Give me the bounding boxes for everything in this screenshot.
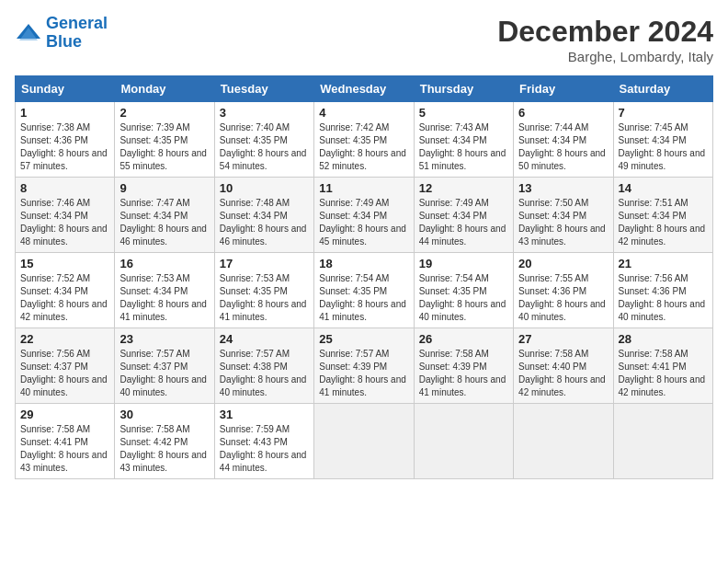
day-number: 11 bbox=[319, 181, 408, 195]
day-info: Sunrise: 7:49 AMSunset: 4:34 PMDaylight:… bbox=[319, 197, 408, 248]
day-cell-31: 31Sunrise: 7:59 AMSunset: 4:43 PMDayligh… bbox=[214, 404, 313, 479]
day-number: 20 bbox=[518, 257, 608, 270]
day-cell-22: 22Sunrise: 7:56 AMSunset: 4:37 PMDayligh… bbox=[16, 328, 115, 404]
day-info: Sunrise: 7:58 AMSunset: 4:41 PMDaylight:… bbox=[619, 348, 708, 399]
page-header: General Blue December 2024 Barghe, Lomba… bbox=[15, 15, 713, 64]
day-info: Sunrise: 7:44 AMSunset: 4:34 PMDaylight:… bbox=[518, 121, 608, 173]
day-number: 10 bbox=[220, 181, 309, 195]
day-number: 6 bbox=[518, 106, 608, 120]
day-info: Sunrise: 7:52 AMSunset: 4:34 PMDaylight:… bbox=[20, 272, 109, 324]
day-info: Sunrise: 7:49 AMSunset: 4:34 PMDaylight:… bbox=[419, 197, 508, 248]
day-cell-16: 16Sunrise: 7:53 AMSunset: 4:34 PMDayligh… bbox=[115, 253, 214, 328]
day-number: 31 bbox=[220, 408, 309, 421]
day-number: 26 bbox=[419, 332, 508, 346]
day-cell-14: 14Sunrise: 7:51 AMSunset: 4:34 PMDayligh… bbox=[613, 178, 712, 253]
week-row-2: 8Sunrise: 7:46 AMSunset: 4:34 PMDaylight… bbox=[16, 178, 713, 253]
day-number: 18 bbox=[319, 257, 408, 270]
day-number: 23 bbox=[119, 332, 209, 346]
day-cell-29: 29Sunrise: 7:58 AMSunset: 4:41 PMDayligh… bbox=[16, 404, 115, 479]
day-info: Sunrise: 7:54 AMSunset: 4:35 PMDaylight:… bbox=[319, 272, 408, 324]
day-cell-11: 11Sunrise: 7:49 AMSunset: 4:34 PMDayligh… bbox=[314, 178, 414, 253]
day-cell-3: 3Sunrise: 7:40 AMSunset: 4:35 PMDaylight… bbox=[214, 102, 313, 178]
day-cell-5: 5Sunrise: 7:43 AMSunset: 4:34 PMDaylight… bbox=[414, 102, 513, 178]
day-number: 2 bbox=[119, 106, 209, 120]
day-number: 9 bbox=[119, 181, 209, 195]
day-cell-23: 23Sunrise: 7:57 AMSunset: 4:37 PMDayligh… bbox=[115, 328, 214, 404]
empty-cell bbox=[613, 404, 712, 479]
day-cell-28: 28Sunrise: 7:58 AMSunset: 4:41 PMDayligh… bbox=[613, 328, 712, 404]
day-info: Sunrise: 7:53 AMSunset: 4:34 PMDaylight:… bbox=[119, 272, 209, 324]
day-info: Sunrise: 7:57 AMSunset: 4:37 PMDaylight:… bbox=[119, 348, 209, 399]
day-cell-24: 24Sunrise: 7:57 AMSunset: 4:38 PMDayligh… bbox=[214, 328, 313, 404]
day-cell-27: 27Sunrise: 7:58 AMSunset: 4:40 PMDayligh… bbox=[514, 328, 613, 404]
day-number: 22 bbox=[20, 332, 109, 346]
day-info: Sunrise: 7:54 AMSunset: 4:35 PMDaylight:… bbox=[419, 272, 508, 324]
day-cell-19: 19Sunrise: 7:54 AMSunset: 4:35 PMDayligh… bbox=[414, 253, 513, 328]
day-number: 8 bbox=[20, 181, 109, 195]
day-number: 24 bbox=[220, 332, 309, 346]
day-info: Sunrise: 7:45 AMSunset: 4:34 PMDaylight:… bbox=[619, 121, 708, 173]
day-number: 5 bbox=[419, 106, 508, 120]
day-number: 13 bbox=[518, 181, 608, 195]
header-friday: Friday bbox=[514, 76, 613, 102]
logo-text: General Blue bbox=[46, 15, 108, 52]
day-cell-4: 4Sunrise: 7:42 AMSunset: 4:35 PMDaylight… bbox=[314, 102, 414, 178]
header-saturday: Saturday bbox=[613, 76, 712, 102]
empty-cell bbox=[314, 404, 414, 479]
day-info: Sunrise: 7:55 AMSunset: 4:36 PMDaylight:… bbox=[518, 272, 608, 324]
day-number: 7 bbox=[619, 106, 708, 120]
day-number: 17 bbox=[220, 257, 309, 270]
day-cell-1: 1Sunrise: 7:38 AMSunset: 4:36 PMDaylight… bbox=[16, 102, 115, 178]
header-row: SundayMondayTuesdayWednesdayThursdayFrid… bbox=[16, 76, 713, 102]
month-title: December 2024 bbox=[497, 15, 713, 49]
location: Barghe, Lombardy, Italy bbox=[497, 49, 713, 64]
header-thursday: Thursday bbox=[414, 76, 513, 102]
day-info: Sunrise: 7:47 AMSunset: 4:34 PMDaylight:… bbox=[119, 197, 209, 248]
day-number: 12 bbox=[419, 181, 508, 195]
header-sunday: Sunday bbox=[16, 76, 115, 102]
day-number: 21 bbox=[619, 257, 708, 270]
day-info: Sunrise: 7:43 AMSunset: 4:34 PMDaylight:… bbox=[419, 121, 508, 173]
week-row-3: 15Sunrise: 7:52 AMSunset: 4:34 PMDayligh… bbox=[16, 253, 713, 328]
day-number: 15 bbox=[20, 257, 109, 270]
day-number: 19 bbox=[419, 257, 508, 270]
day-cell-9: 9Sunrise: 7:47 AMSunset: 4:34 PMDaylight… bbox=[115, 178, 214, 253]
day-info: Sunrise: 7:56 AMSunset: 4:37 PMDaylight:… bbox=[20, 348, 109, 399]
day-cell-17: 17Sunrise: 7:53 AMSunset: 4:35 PMDayligh… bbox=[214, 253, 313, 328]
day-info: Sunrise: 7:58 AMSunset: 4:42 PMDaylight:… bbox=[119, 423, 209, 475]
day-number: 4 bbox=[319, 106, 408, 120]
day-info: Sunrise: 7:53 AMSunset: 4:35 PMDaylight:… bbox=[220, 272, 309, 324]
calendar-table: SundayMondayTuesdayWednesdayThursdayFrid… bbox=[15, 75, 713, 479]
day-number: 25 bbox=[319, 332, 408, 346]
logo-icon bbox=[15, 22, 42, 44]
day-info: Sunrise: 7:58 AMSunset: 4:40 PMDaylight:… bbox=[518, 348, 608, 399]
empty-cell bbox=[414, 404, 513, 479]
day-info: Sunrise: 7:38 AMSunset: 4:36 PMDaylight:… bbox=[20, 121, 109, 173]
day-number: 1 bbox=[20, 106, 109, 120]
day-info: Sunrise: 7:50 AMSunset: 4:34 PMDaylight:… bbox=[518, 197, 608, 248]
day-cell-10: 10Sunrise: 7:48 AMSunset: 4:34 PMDayligh… bbox=[214, 178, 313, 253]
day-cell-26: 26Sunrise: 7:58 AMSunset: 4:39 PMDayligh… bbox=[414, 328, 513, 404]
day-cell-6: 6Sunrise: 7:44 AMSunset: 4:34 PMDaylight… bbox=[514, 102, 613, 178]
day-cell-13: 13Sunrise: 7:50 AMSunset: 4:34 PMDayligh… bbox=[514, 178, 613, 253]
day-number: 30 bbox=[119, 408, 209, 421]
day-info: Sunrise: 7:46 AMSunset: 4:34 PMDaylight:… bbox=[20, 197, 109, 248]
day-info: Sunrise: 7:48 AMSunset: 4:34 PMDaylight:… bbox=[220, 197, 309, 248]
day-info: Sunrise: 7:39 AMSunset: 4:35 PMDaylight:… bbox=[119, 121, 209, 173]
day-cell-2: 2Sunrise: 7:39 AMSunset: 4:35 PMDaylight… bbox=[115, 102, 214, 178]
day-info: Sunrise: 7:58 AMSunset: 4:41 PMDaylight:… bbox=[20, 423, 109, 475]
day-cell-7: 7Sunrise: 7:45 AMSunset: 4:34 PMDaylight… bbox=[613, 102, 712, 178]
day-info: Sunrise: 7:59 AMSunset: 4:43 PMDaylight:… bbox=[220, 423, 309, 475]
week-row-1: 1Sunrise: 7:38 AMSunset: 4:36 PMDaylight… bbox=[16, 102, 713, 178]
day-number: 28 bbox=[619, 332, 708, 346]
day-cell-12: 12Sunrise: 7:49 AMSunset: 4:34 PMDayligh… bbox=[414, 178, 513, 253]
day-cell-25: 25Sunrise: 7:57 AMSunset: 4:39 PMDayligh… bbox=[314, 328, 414, 404]
day-cell-18: 18Sunrise: 7:54 AMSunset: 4:35 PMDayligh… bbox=[314, 253, 414, 328]
day-number: 3 bbox=[220, 106, 309, 120]
day-cell-8: 8Sunrise: 7:46 AMSunset: 4:34 PMDaylight… bbox=[16, 178, 115, 253]
day-info: Sunrise: 7:57 AMSunset: 4:38 PMDaylight:… bbox=[220, 348, 309, 399]
logo: General Blue bbox=[15, 15, 108, 52]
week-row-4: 22Sunrise: 7:56 AMSunset: 4:37 PMDayligh… bbox=[16, 328, 713, 404]
day-info: Sunrise: 7:57 AMSunset: 4:39 PMDaylight:… bbox=[319, 348, 408, 399]
empty-cell bbox=[514, 404, 613, 479]
